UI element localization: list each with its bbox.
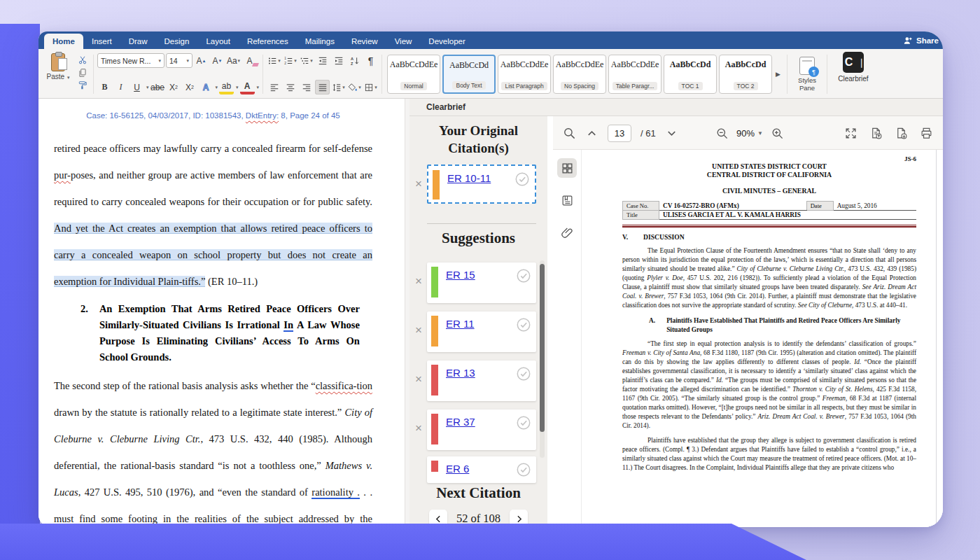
style-body-text[interactable]: AaBbCcDd Body Text [442, 55, 496, 94]
align-right-button[interactable] [299, 80, 314, 94]
superscript-button[interactable]: X2 [183, 80, 197, 94]
zoom-level-select[interactable]: 90%▼ [736, 128, 763, 139]
gallery-more-icon[interactable]: ▶ [774, 71, 782, 78]
line-spacing-button[interactable]: ▾ [331, 80, 346, 94]
suggestion-card[interactable]: ER 11 [427, 312, 536, 352]
suggestion-card[interactable]: ER 6 [427, 456, 536, 483]
sort-button[interactable] [347, 53, 362, 68]
check-circle-icon[interactable] [516, 366, 531, 384]
tab-developer[interactable]: Developer [420, 34, 473, 49]
cut-button[interactable] [75, 54, 90, 66]
style-toc-1[interactable]: AaBbCcDd TOC 1 [664, 55, 717, 94]
tab-draw[interactable]: Draw [120, 34, 156, 49]
citation-link-er-37[interactable]: ER 37 [446, 416, 475, 428]
tab-layout[interactable]: Layout [197, 34, 239, 49]
paste-button[interactable]: Paste ▾ [44, 53, 72, 97]
change-case-button[interactable]: Aa▾ [226, 53, 241, 68]
zoom-out-button[interactable] [715, 127, 729, 140]
pdf-page[interactable]: JS-6 UNITED STATES DISTRICT COURT CENTRA… [581, 150, 937, 527]
citation-link-er-10-11[interactable]: ER 10-11 [447, 172, 491, 184]
format-painter-button[interactable] [75, 79, 90, 91]
scrollbar-thumb[interactable] [540, 264, 545, 432]
text-effects-button[interactable]: A [199, 80, 214, 94]
strikethrough-button[interactable]: abe [150, 80, 165, 94]
check-circle-icon[interactable] [516, 268, 531, 286]
thumbnails-view-button[interactable] [557, 158, 577, 178]
italic-button[interactable]: I [113, 80, 128, 94]
download-document-button[interactable] [895, 127, 908, 140]
style-no-spacing[interactable]: AaBbCcDdEe No Spacing [553, 55, 606, 94]
shrink-font-button[interactable]: A [210, 53, 225, 68]
font-size-select[interactable]: 14▾ [166, 53, 192, 68]
borders-button[interactable]: ▾ [363, 80, 378, 94]
bulleted-list-button[interactable]: ▾ [267, 53, 281, 68]
citation-link-er-11[interactable]: ER 11 [446, 318, 475, 330]
grow-font-button[interactable]: A [194, 53, 209, 68]
bold-button[interactable]: B [97, 80, 112, 94]
chevron-down-icon[interactable]: ▾ [216, 85, 218, 90]
suggestions-scrollbar[interactable] [540, 260, 545, 458]
word-document-canvas[interactable]: Case: 16-56125, 04/03/2017, ID: 10381543… [38, 99, 405, 527]
suggestion-card[interactable]: ER 37 [427, 410, 536, 450]
page-number-input[interactable]: 13 [608, 125, 631, 142]
copy-button[interactable] [75, 66, 90, 78]
decrease-indent-button[interactable] [315, 53, 330, 68]
fullscreen-button[interactable] [844, 127, 858, 140]
share-button[interactable]: Share [903, 31, 939, 49]
numbered-list-button[interactable]: ▾ [283, 53, 298, 68]
suggestion-card[interactable]: ER 13 [427, 360, 536, 401]
tab-insert[interactable]: Insert [83, 34, 120, 49]
tab-review[interactable]: Review [343, 34, 386, 49]
tab-mailings[interactable]: Mailings [297, 34, 343, 49]
clear-formatting-button[interactable]: A [242, 53, 257, 68]
chevron-down-icon[interactable]: ▾ [257, 85, 260, 90]
citation-link-er-6[interactable]: ER 6 [446, 463, 469, 475]
clearbrief-addin-button[interactable]: C Clearbrief [831, 52, 876, 97]
dismiss-suggestion-button[interactable]: × [415, 373, 422, 385]
search-icon[interactable] [563, 127, 576, 140]
align-left-button[interactable] [267, 80, 281, 94]
print-button[interactable] [920, 127, 933, 140]
attachments-button[interactable] [557, 223, 577, 242]
check-circle-icon[interactable] [516, 317, 531, 335]
next-page-button[interactable] [665, 127, 678, 140]
dismiss-citation-button[interactable]: × [415, 178, 422, 190]
outline-view-button[interactable] [557, 190, 577, 210]
subscript-button[interactable]: X2 [167, 80, 181, 94]
citation-link-er-13[interactable]: ER 13 [446, 367, 475, 379]
tab-design[interactable]: Design [156, 34, 198, 49]
tab-home[interactable]: Home [44, 34, 83, 49]
export-document-button[interactable] [869, 127, 883, 140]
increase-indent-button[interactable] [331, 53, 346, 68]
original-citation-card[interactable]: ER 10-11 [427, 164, 536, 204]
chevron-down-icon[interactable]: ▾ [236, 85, 239, 90]
check-circle-icon[interactable] [516, 415, 531, 433]
justify-button[interactable] [315, 80, 330, 94]
citation-link-er-15[interactable]: ER 15 [446, 269, 475, 281]
dismiss-suggestion-button[interactable]: × [415, 324, 422, 336]
chevron-down-icon[interactable]: ▾ [146, 85, 149, 90]
align-center-button[interactable] [283, 80, 298, 94]
shading-button[interactable]: ▾ [347, 80, 362, 94]
tab-references[interactable]: References [239, 34, 297, 49]
dismiss-suggestion-button[interactable]: × [415, 422, 422, 434]
font-color-button[interactable]: A [240, 80, 255, 94]
underline-button[interactable]: U [130, 80, 144, 94]
dismiss-suggestion-button[interactable]: × [415, 275, 422, 287]
zoom-in-button[interactable] [771, 127, 784, 140]
styles-pane-button[interactable]: ¶ Styles Pane [791, 52, 823, 97]
highlight-color-button[interactable]: ab [219, 80, 234, 94]
style-list-paragraph[interactable]: AaBbCcDdEe List Paragraph [498, 55, 551, 94]
check-circle-icon[interactable] [514, 172, 530, 190]
suggestion-card[interactable]: ER 15 [427, 262, 536, 303]
style-normal[interactable]: AaBbCcDdEe Normal [387, 55, 440, 94]
show-paragraph-marks-button[interactable]: ¶ [363, 53, 378, 68]
document-scrollbar[interactable] [405, 99, 410, 527]
style-toc-2[interactable]: AaBbCcDd TOC 2 [719, 55, 772, 94]
font-name-select[interactable]: Times New R...▾ [97, 53, 164, 68]
check-circle-icon[interactable] [516, 462, 531, 480]
style-table-paragraph[interactable]: AaBbCcDdEe Table Paragr... [608, 55, 662, 94]
multilevel-list-button[interactable]: ▾ [299, 53, 314, 68]
previous-page-button[interactable] [585, 127, 598, 140]
tab-view[interactable]: View [386, 34, 421, 49]
